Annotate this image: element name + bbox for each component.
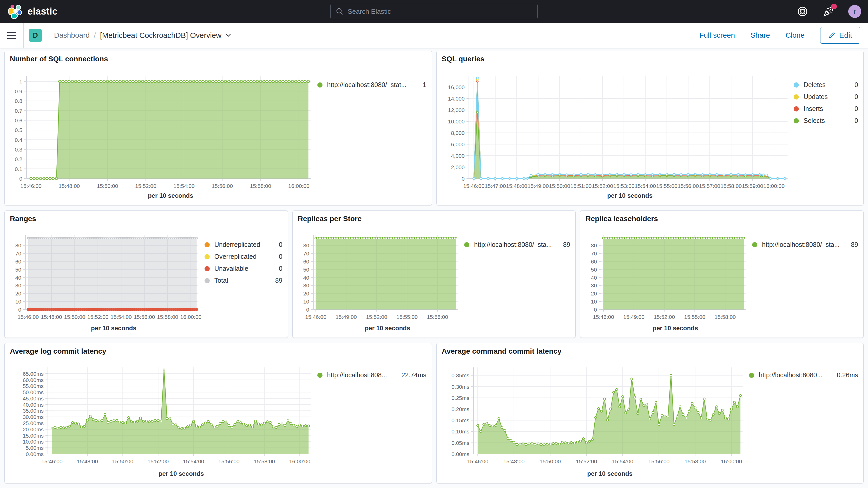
legend-item[interactable]: Total89 <box>205 277 282 284</box>
panel-title[interactable]: Average command commit latency <box>442 347 858 356</box>
chart-legend: Underreplicated0Overreplicated0Unavailab… <box>202 229 282 334</box>
legend-series-label: Unavailable <box>214 265 248 272</box>
panel-title[interactable]: SQL queries <box>442 55 858 63</box>
legend-item[interactable]: Unavailable0 <box>205 265 282 272</box>
legend-series-value: 0 <box>275 241 282 248</box>
legend-item[interactable]: Overreplicated0 <box>205 253 282 261</box>
sql-connections-chart[interactable]: 15:46:0015:48:0015:50:0015:52:0015:54:00… <box>10 69 315 190</box>
chevron-down-icon <box>225 32 231 38</box>
legend-series-label: Overreplicated <box>214 253 257 261</box>
pencil-icon <box>828 32 836 39</box>
svg-text:80: 80 <box>16 242 21 248</box>
logo-wordmark: elastic <box>28 6 58 17</box>
user-avatar[interactable]: r <box>848 5 861 18</box>
chart-legend: Deletes0Updates0Inserts0Selects0 <box>791 69 858 202</box>
svg-text:16:00:00: 16:00:00 <box>721 458 742 464</box>
svg-text:60: 60 <box>16 258 21 265</box>
legend-item[interactable]: http://localhost:8080/_sta...89 <box>464 241 570 248</box>
svg-text:40: 40 <box>16 275 21 281</box>
command-commit-latency-chart[interactable]: 15:46:0015:48:0015:50:0015:52:0015:54:00… <box>442 362 747 468</box>
svg-text:0.2: 0.2 <box>15 156 22 162</box>
svg-text:10: 10 <box>591 299 597 305</box>
legend-series-value: 0 <box>851 117 858 124</box>
breadcrumb-dashboard-link[interactable]: Dashboard <box>54 31 90 39</box>
panel-title[interactable]: Replica leaseholders <box>586 214 858 223</box>
legend-series-label: http://localhost:8080/_sta... <box>762 241 840 248</box>
newsfeed-button[interactable] <box>822 5 835 18</box>
sql-queries-chart[interactable]: 15:46:0015:47:0015:48:0015:49:0015:50:00… <box>442 69 791 190</box>
panel-title[interactable]: Number of SQL connections <box>10 55 427 63</box>
breadcrumb: Dashboard / [Metricbeat CockroachDB] Ove… <box>54 31 231 40</box>
svg-text:60: 60 <box>303 258 309 265</box>
edit-button[interactable]: Edit <box>820 27 860 44</box>
panel-title[interactable]: Average log commit latency <box>10 347 427 356</box>
svg-text:15:52:00: 15:52:00 <box>654 314 675 320</box>
legend-item[interactable]: http://localhost:8080...0.26ms <box>749 371 858 379</box>
dashboard-title[interactable]: [Metricbeat CockroachDB] Overview <box>100 31 231 40</box>
svg-text:0: 0 <box>306 307 309 313</box>
svg-text:15:49:00: 15:49:00 <box>527 183 549 189</box>
svg-text:15:56:00: 15:56:00 <box>134 314 155 320</box>
svg-text:40: 40 <box>591 275 597 281</box>
replica-leaseholders-chart[interactable]: 15:46:0015:49:0015:52:0015:55:0015:58:00… <box>586 229 749 323</box>
x-axis-title: per 10 seconds <box>442 190 791 202</box>
ranges-chart[interactable]: 15:46:0015:48:0015:50:0015:52:0015:54:00… <box>10 229 202 323</box>
share-button[interactable]: Share <box>750 31 770 39</box>
legend-item[interactable]: Deletes0 <box>794 81 858 89</box>
dashboard-app-badge: D <box>29 29 42 42</box>
svg-text:15:48:00: 15:48:00 <box>77 458 98 464</box>
search-input[interactable] <box>347 7 537 16</box>
panel-title[interactable]: Ranges <box>10 214 282 223</box>
legend-item[interactable]: Inserts0 <box>794 105 858 113</box>
legend-item[interactable]: http://localhost:8080/_sta...89 <box>752 241 858 248</box>
replicas-per-store-chart[interactable]: 15:46:0015:49:0015:52:0015:55:0015:58:00… <box>298 229 462 323</box>
panel-title[interactable]: Replicas per Store <box>298 214 570 223</box>
legend-item[interactable]: Selects0 <box>794 117 858 124</box>
legend-item[interactable]: Updates0 <box>794 93 858 100</box>
svg-text:15:54:00: 15:54:00 <box>183 458 204 464</box>
svg-text:0.4: 0.4 <box>15 137 23 143</box>
svg-text:0: 0 <box>19 176 22 182</box>
svg-text:60: 60 <box>591 258 597 265</box>
chart-legend: http://localhost:8080/_sta...89 <box>462 229 570 334</box>
svg-text:15:50:00: 15:50:00 <box>112 458 133 464</box>
panel-ranges: Ranges 15:46:0015:48:0015:50:0015:52:001… <box>4 211 288 338</box>
svg-text:16:00:00: 16:00:00 <box>763 183 784 189</box>
svg-text:15:57:00: 15:57:00 <box>699 183 720 189</box>
svg-text:15:46:00: 15:46:00 <box>18 314 39 320</box>
svg-text:80: 80 <box>591 242 597 248</box>
svg-text:50: 50 <box>16 267 21 273</box>
elastic-logo[interactable]: elastic <box>7 3 58 20</box>
svg-text:0.15ms: 0.15ms <box>452 417 469 423</box>
svg-text:30: 30 <box>303 282 309 288</box>
svg-text:15:58:00: 15:58:00 <box>720 183 742 189</box>
svg-text:15:54:00: 15:54:00 <box>612 458 633 464</box>
svg-text:15:50:00: 15:50:00 <box>539 458 561 464</box>
legend-series-label: http://localhost:8080/_stat... <box>327 81 407 89</box>
log-commit-latency-chart[interactable]: 15:46:0015:48:0015:50:0015:52:0015:54:00… <box>10 362 315 468</box>
clone-button[interactable]: Clone <box>786 31 805 39</box>
full-screen-button[interactable]: Full screen <box>699 31 735 39</box>
legend-item[interactable]: Underreplicated0 <box>205 241 282 248</box>
svg-text:20.00ms: 20.00ms <box>23 426 43 432</box>
svg-text:15:56:00: 15:56:00 <box>212 183 233 189</box>
svg-text:15:58:00: 15:58:00 <box>715 314 736 320</box>
legend-item[interactable]: http://localhost:8080/_stat...1 <box>317 81 427 89</box>
x-axis-title: per 10 seconds <box>10 190 315 202</box>
legend-series-label: Total <box>214 277 228 284</box>
global-search[interactable] <box>330 4 538 19</box>
svg-text:60.00ms: 60.00ms <box>23 377 43 383</box>
x-axis-title: per 10 seconds <box>10 468 315 480</box>
svg-text:15.00ms: 15.00ms <box>23 433 43 439</box>
svg-text:15:56:00: 15:56:00 <box>648 458 670 464</box>
legend-item[interactable]: http://localhost:808...22.74ms <box>317 371 427 379</box>
svg-text:15:58:00: 15:58:00 <box>157 314 178 320</box>
life-ring-icon <box>797 6 808 17</box>
svg-text:15:53:00: 15:53:00 <box>613 183 634 189</box>
menu-button[interactable] <box>7 32 16 39</box>
svg-text:5.00ms: 5.00ms <box>26 445 44 451</box>
chart-legend: http://localhost:8080/_sta...89 <box>749 229 858 334</box>
svg-text:0.3: 0.3 <box>15 147 22 153</box>
help-button[interactable] <box>796 5 809 18</box>
svg-text:8,000: 8,000 <box>451 130 465 136</box>
